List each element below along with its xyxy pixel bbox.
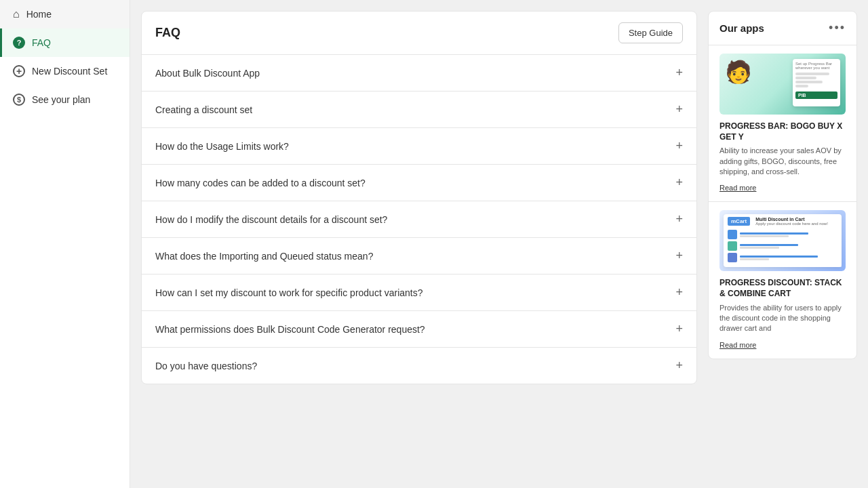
faq-item-9-text: Do you have questions? [155, 361, 257, 371]
app-image-1: 🧑 Set up Progress Bar wherever you want … [719, 54, 846, 115]
home-icon: ⌂ [13, 8, 20, 20]
faq-item-8[interactable]: What permissions does Bulk Discount Code… [142, 311, 696, 348]
mcart-bars-1 [740, 232, 837, 237]
faq-item-4-text: How many codes can be added to a discoun… [155, 178, 366, 188]
faq-item-6-text: What does the Importing and Queued statu… [155, 251, 373, 262]
faq-item-7[interactable]: How can I set my discount to work for sp… [142, 274, 696, 311]
mcart-subtitle: Apply your discount code here and now! [755, 222, 828, 226]
app-1-desc: Ability to increase your sales AOV by ad… [719, 146, 846, 177]
faq-expand-icon-6: + [675, 249, 683, 263]
sidebar-item-see-plan[interactable]: $ See your plan [0, 85, 130, 114]
sidebar-item-new-discount[interactable]: + New Discount Set [0, 57, 130, 85]
mcart-bars-2 [740, 244, 837, 249]
faq-item-6[interactable]: What does the Importing and Queued statu… [142, 238, 696, 274]
faq-expand-icon-1: + [675, 66, 683, 80]
sidebar: ⌂ Home ? FAQ + New Discount Set $ See yo… [0, 0, 130, 488]
app-2-desc: Provides the ability for users to apply … [719, 303, 846, 334]
faq-item-5[interactable]: How do I modify the discount details for… [142, 201, 696, 238]
faq-expand-icon-9: + [675, 359, 683, 373]
mcart-title: Multi Discount in Cart [755, 217, 828, 222]
faq-item-3-text: How do the Usage Limits work? [155, 141, 289, 152]
app-card-2: mCart Multi Discount in Cart Apply your … [709, 202, 856, 358]
faq-expand-icon-4: + [675, 176, 683, 190]
app-1-read-more[interactable]: Read more [719, 184, 756, 192]
see-plan-icon: $ [13, 94, 25, 106]
faq-expand-icon-3: + [675, 139, 683, 153]
app-2-read-more[interactable]: Read more [719, 341, 756, 349]
mcart-row-1 [728, 230, 837, 239]
faq-item-2[interactable]: Creating a discount set + [142, 92, 696, 128]
sidebar-item-faq[interactable]: ? FAQ [0, 28, 130, 57]
sidebar-item-home[interactable]: ⌂ Home [0, 0, 130, 28]
sidebar-item-new-discount-label: New Discount Set [32, 66, 107, 77]
mcart-icon-1 [728, 230, 737, 239]
faq-expand-icon-7: + [675, 285, 683, 300]
pib-visual: Set up Progress Bar wherever you want PI… [793, 59, 840, 106]
app-card-1: 🧑 Set up Progress Bar wherever you want … [709, 45, 856, 202]
faq-expand-icon-2: + [675, 102, 683, 117]
faq-title: FAQ [155, 26, 180, 40]
mcart-logo: mCart [728, 217, 750, 226]
faq-panel: FAQ Step Guide About Bulk Discount App +… [141, 11, 697, 384]
faq-item-8-text: What permissions does Bulk Discount Code… [155, 324, 425, 335]
faq-item-7-text: How can I set my discount to work for sp… [155, 287, 423, 298]
sidebar-item-see-plan-label: See your plan [32, 94, 90, 105]
faq-item-2-text: Creating a discount set [155, 104, 252, 115]
faq-item-4[interactable]: How many codes can be added to a discoun… [142, 165, 696, 201]
mcart-row-2 [728, 241, 837, 251]
faq-item-1-text: About Bulk Discount App [155, 68, 260, 79]
apps-more-button[interactable]: ••• [829, 21, 846, 35]
mcart-icon-2 [728, 241, 737, 251]
faq-item-1[interactable]: About Bulk Discount App + [142, 55, 696, 92]
apps-header: Our apps ••• [709, 12, 856, 45]
sidebar-item-home-label: Home [26, 9, 52, 20]
main-content: FAQ Step Guide About Bulk Discount App +… [130, 0, 868, 488]
sidebar-item-faq-label: FAQ [32, 37, 51, 48]
apps-panel: Our apps ••• 🧑 Set up Progress Bar where… [708, 11, 857, 359]
faq-expand-icon-5: + [675, 212, 683, 226]
apps-title: Our apps [719, 22, 764, 34]
step-guide-button[interactable]: Step Guide [618, 22, 683, 43]
faq-header: FAQ Step Guide [142, 12, 696, 55]
app-image-2: mCart Multi Discount in Cart Apply your … [719, 210, 846, 271]
mcart-icon-3 [728, 253, 737, 262]
faq-item-5-text: How do I modify the discount details for… [155, 214, 387, 225]
new-discount-icon: + [13, 65, 25, 77]
app-1-name: PROGRESS BAR: BOGO BUY X GET Y [719, 121, 846, 142]
app-2-name: PROGRESS DISCOUNT: STACK & COMBINE CART [719, 278, 846, 299]
faq-item-3[interactable]: How do the Usage Limits work? + [142, 128, 696, 165]
faq-icon: ? [13, 37, 25, 49]
faq-item-9[interactable]: Do you have questions? + [142, 348, 696, 384]
faq-expand-icon-8: + [675, 322, 683, 336]
